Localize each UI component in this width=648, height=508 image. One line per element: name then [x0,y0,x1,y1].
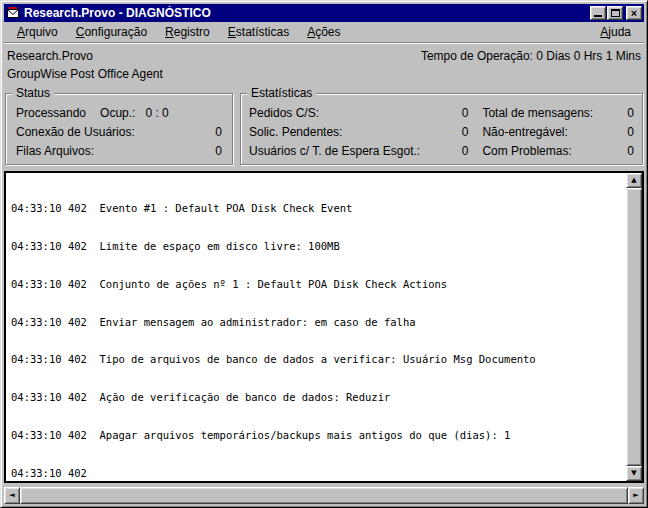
status-row-processing: Processando Ocup.: 0 : 0 [14,104,224,121]
log-line: 04:33:10 402 [11,467,622,479]
pending-requests-label: Solic. Pendentes: [249,125,342,139]
scroll-right-icon: ► [633,492,638,499]
log-line: 04:33:10 402 Enviar mensagem ao administ… [11,316,622,329]
app-icon[interactable] [6,6,20,20]
log-line: 04:33:10 402 Ação de verificação de banc… [11,391,622,404]
scroll-left-button[interactable]: ◄ [4,487,20,504]
window-title: Research.Provo - DIAGNÓSTICO [24,6,589,20]
problems-label: Com Problemas: [482,144,571,158]
close-button[interactable]: × [626,6,642,20]
statistics-right-column: Total de mensagens: 0 Não-entregável: 0 … [482,104,634,159]
menu-item-configuracao[interactable]: Configuração [67,22,156,42]
problems-value: 0 [627,144,634,158]
menu-item-acoes[interactable]: Ações [298,22,349,42]
log-line: 04:33:10 402 Evento #1 : Default POA Dis… [11,202,622,215]
statistics-groupbox-title: Estatísticas [247,86,316,100]
log-line: 04:33:10 402 Conjunto de ações nº 1 : De… [11,278,622,291]
cs-requests-label: Pedidos C/S: [249,106,319,120]
log-console: 04:33:10 402 Evento #1 : Default POA Dis… [4,171,644,483]
statistics-groupbox: Estatísticas Pedidos C/S: 0 Solic. Pende… [240,93,643,165]
stat-row-cs-requests: Pedidos C/S: 0 [249,104,468,121]
user-connections-label: Conexão de Usuários: [16,125,135,139]
close-icon: × [631,8,637,18]
menu-bar: Arquivo Configuração Registro Estatístic… [4,22,644,43]
undeliverable-value: 0 [627,125,634,139]
busy-label: Ocup.: [100,106,135,120]
scroll-down-icon: ▼ [631,470,636,477]
server-name: Research.Provo [7,49,93,65]
minimize-icon [594,15,602,17]
scroll-up-icon: ▲ [631,177,636,184]
log-line: 04:33:10 402 Limite de espaço em disco l… [11,240,622,253]
log-line: 04:33:10 402 Tipo de arquivos de banco d… [11,353,622,366]
stat-row-undeliverable: Não-entregável: 0 [482,123,634,140]
processing-label: Processando [16,106,86,120]
user-connections-value: 0 [215,125,222,139]
timed-out-users-value: 0 [462,144,469,158]
title-bar[interactable]: Research.Provo - DIAGNÓSTICO × [4,4,644,22]
busy-value: 0 : 0 [145,106,168,120]
stat-row-pending-requests: Solic. Pendentes: 0 [249,123,468,140]
uptime-value: 0 Dias 0 Hrs 1 Mins [536,49,641,63]
status-groupbox-title: Status [12,86,54,100]
stat-row-problems: Com Problemas: 0 [482,142,634,159]
horizontal-scrollbar[interactable]: ◄ ► [4,487,644,504]
scroll-down-button[interactable]: ▼ [626,466,642,481]
log-line: 04:33:10 402 Apagar arquivos temporários… [11,429,622,442]
file-queues-value: 0 [215,144,222,158]
menu-item-estatisticas[interactable]: Estatísticas [219,22,298,42]
panels: Status Processando Ocup.: 0 : 0 Conexão … [5,93,643,165]
file-queues-label: Filas Arquivos: [16,144,94,158]
status-row-file-queues: Filas Arquivos: 0 [14,142,224,159]
total-messages-value: 0 [627,106,634,120]
stat-row-total-messages: Total de mensagens: 0 [482,104,634,121]
status-row-user-connections: Conexão de Usuários: 0 [14,123,224,140]
menu-item-registro[interactable]: Registro [156,22,219,42]
scroll-left-icon: ◄ [9,492,14,499]
minimize-button[interactable] [590,6,606,20]
menu-item-arquivo[interactable]: Arquivo [8,22,67,42]
vertical-scrollbar-thumb[interactable] [626,188,642,466]
agent-name: GroupWise Post Office Agent [7,67,163,81]
scroll-up-button[interactable]: ▲ [626,173,642,188]
stat-row-timed-out-users: Usuários c/ T. de Espera Esgot.: 0 [249,142,468,159]
scroll-right-button[interactable]: ► [628,487,644,504]
pending-requests-value: 0 [462,125,469,139]
uptime-label: Tempo de Operação: [421,49,533,63]
horizontal-scrollbar-thumb[interactable] [20,487,628,504]
timed-out-users-label: Usuários c/ T. de Espera Esgot.: [249,144,420,158]
cs-requests-value: 0 [462,106,469,120]
statistics-left-column: Pedidos C/S: 0 Solic. Pendentes: 0 Usuár… [249,104,468,159]
maximize-icon [611,9,620,17]
log-lines: 04:33:10 402 Evento #1 : Default POA Dis… [11,177,622,479]
status-groupbox: Status Processando Ocup.: 0 : 0 Conexão … [5,93,233,165]
vertical-scrollbar[interactable]: ▲ ▼ [626,173,642,481]
info-header: Research.Provo Tempo de Operação: 0 Dias… [3,43,645,85]
maximize-button[interactable] [607,6,623,20]
menu-item-ajuda[interactable]: Ajuda [591,22,640,42]
undeliverable-label: Não-entregável: [482,125,567,139]
app-window: Research.Provo - DIAGNÓSTICO × Arquivo C… [0,0,648,508]
uptime: Tempo de Operação: 0 Dias 0 Hrs 1 Mins [421,49,641,65]
total-messages-label: Total de mensagens: [482,106,593,120]
